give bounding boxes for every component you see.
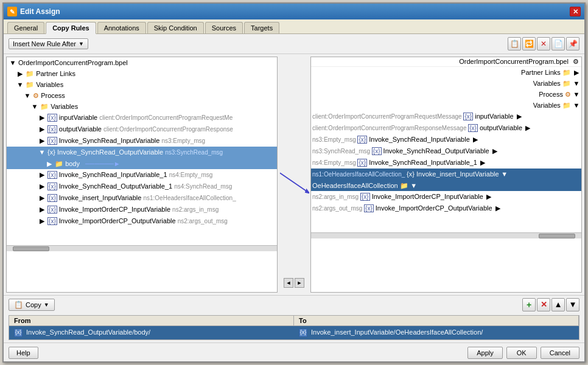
scroll-left-btn[interactable]: ◄: [284, 278, 293, 288]
expand-icon[interactable]: ▶: [38, 136, 46, 145]
tab-sources[interactable]: Sources: [205, 22, 243, 33]
close-button[interactable]: ✕: [570, 7, 581, 16]
left-variables-root[interactable]: ▼ 📁 Variables: [7, 79, 277, 90]
var-icon: {x}: [47, 171, 57, 179]
item-label: inputVariable: [475, 113, 513, 120]
expand-icon[interactable]: ▶: [472, 134, 479, 144]
expand-icon[interactable]: ▼: [16, 80, 24, 89]
expand-icon[interactable]: ▼: [573, 89, 580, 99]
right-synch-input-1[interactable]: ns4:Empty_msg {x} Invoke_SynchRead_Input…: [311, 157, 581, 169]
left-partner-links[interactable]: ▶ 📁 Partner Links: [7, 68, 277, 79]
move-down-button[interactable]: ▼: [566, 298, 579, 311]
expand-icon[interactable]: ▶: [38, 193, 46, 203]
right-process[interactable]: Process ⚙ ▼: [311, 89, 581, 100]
left-process-variables[interactable]: ▼ 📁 Variables: [7, 101, 277, 112]
tab-annotations[interactable]: Annotations: [97, 22, 146, 33]
help-button[interactable]: Help: [9, 347, 38, 359]
item-label: outputVariable: [59, 125, 103, 133]
expand-icon[interactable]: ▼: [24, 91, 31, 100]
right-variables-root[interactable]: Variables 📁 ▼: [311, 78, 581, 89]
expand-icon[interactable]: ▶: [38, 124, 46, 134]
right-root-icon: ⚙: [573, 58, 579, 65]
add-rule-button[interactable]: +: [522, 298, 536, 311]
ok-button[interactable]: OK: [506, 347, 537, 359]
left-tree-panel[interactable]: ▼ OrderImportConcurrentProgram.bpel ▶ 📁 …: [6, 57, 278, 293]
right-insert-input[interactable]: ns1:OeHeadersIfaceAllCollection_ {x} Inv…: [311, 169, 581, 180]
expand-icon[interactable]: ▼: [573, 100, 580, 110]
expand-icon[interactable]: ▶: [491, 146, 499, 156]
expand-icon[interactable]: ▶: [16, 69, 24, 78]
left-output-variable[interactable]: ▶ {x} outputVariable client:OrderImportC…: [7, 123, 277, 135]
expand-icon[interactable]: ▶: [494, 203, 502, 213]
expand-icon[interactable]: ▶: [38, 216, 46, 226]
cancel-button[interactable]: Cancel: [541, 347, 579, 359]
right-tree-scrollbar[interactable]: [311, 232, 581, 238]
right-output-variable[interactable]: client:OrderImportConcurrentProgramRespo…: [311, 122, 581, 134]
left-root-node[interactable]: ▼ OrderImportConcurrentProgram.bpel: [7, 57, 277, 68]
right-partner-links[interactable]: Partner Links 📁 ▶: [311, 67, 581, 78]
expand-icon[interactable]: ▶: [516, 111, 523, 121]
left-root-label: OrderImportConcurrentProgram.bpel: [18, 59, 128, 66]
scroll-right-btn[interactable]: ►: [295, 278, 304, 288]
left-synch-input[interactable]: ▶ {x} Invoke_SynchRead_InputVariable ns3…: [7, 135, 277, 147]
right-synch-output[interactable]: ns3:SynchRead_msg {x} Invoke_SynchRead_O…: [311, 145, 581, 157]
footer: Help Apply OK Cancel: [4, 342, 584, 361]
left-input-variable[interactable]: ▶ {x} inputVariable client:OrderImportCo…: [7, 112, 277, 123]
expand-icon[interactable]: ▶: [38, 113, 46, 122]
left-synch-output[interactable]: ▼ {x} Invoke_SynchRead_OutputVariable ns…: [7, 147, 277, 158]
left-insert-input[interactable]: ▶ {x} Invoke_insert_InputVariable ns1:Oe…: [7, 192, 277, 204]
from-header: From: [9, 316, 294, 325]
expand-icon[interactable]: ▶: [479, 158, 486, 167]
copy-button[interactable]: 📋 Copy ▼: [9, 299, 55, 311]
expand-icon[interactable]: ▶: [524, 123, 531, 133]
left-body[interactable]: ▶ 📁 body ──────►: [7, 158, 277, 169]
toolbar-doc-icon[interactable]: 📄: [551, 37, 565, 50]
expand-icon[interactable]: ▶: [38, 204, 46, 214]
folder-icon: 📁: [26, 81, 34, 88]
tab-targets[interactable]: Targets: [244, 22, 279, 33]
expand-icon[interactable]: ▶: [38, 181, 46, 191]
folder-icon: 📁: [562, 102, 571, 109]
right-root-node[interactable]: OrderImportConcurrentProgram.bpel ⚙: [311, 57, 581, 67]
right-oe-headers[interactable]: OeHeadersIfaceAllCollection 📁 ▼: [311, 180, 581, 191]
tab-general[interactable]: General: [7, 22, 44, 33]
var-icon: {x}: [47, 137, 57, 145]
toolbar-copy-icon[interactable]: 📋: [508, 37, 521, 50]
tab-copy-rules[interactable]: Copy Rules: [46, 22, 96, 34]
left-synch-output-1[interactable]: ▶ {x} Invoke_SynchRead_OutputVariable_1 …: [7, 181, 277, 192]
expand-icon[interactable]: ▶: [46, 159, 53, 169]
left-process[interactable]: ▼ ⚙ Process: [7, 90, 277, 101]
remove-rule-button[interactable]: ✕: [537, 298, 550, 311]
expand-icon[interactable]: ▼: [573, 78, 580, 88]
toolbar-pin-icon[interactable]: 📌: [566, 37, 579, 50]
right-synch-input[interactable]: ns3:Empty_msg {x} Invoke_SynchRead_Input…: [311, 134, 581, 145]
right-input-variable[interactable]: client:OrderImportConcurrentProgramReque…: [311, 111, 581, 122]
insert-new-rule-button[interactable]: Insert New Rule After ▼: [9, 38, 88, 49]
right-importordercp-output[interactable]: ns2:args_out_msg {x} Invoke_ImportOrderC…: [311, 203, 581, 214]
var-icon: {x}: [372, 147, 382, 155]
item-type: ns3:SynchRead_msg: [165, 149, 223, 156]
expand-icon[interactable]: ▼: [410, 181, 418, 190]
move-up-button[interactable]: ▲: [551, 298, 565, 311]
left-synch-input-1[interactable]: ▶ {x} Invoke_SynchRead_InputVariable_1 n…: [7, 169, 277, 181]
left-importordercp-input[interactable]: ▶ {x} Invoke_ImportOrderCP_InputVariable…: [7, 204, 277, 215]
toolbar-delete-icon[interactable]: ✕: [537, 37, 550, 50]
expand-icon[interactable]: ▶: [573, 68, 580, 77]
expand-icon[interactable]: ▶: [485, 192, 492, 201]
toolbar-refresh-icon[interactable]: 🔁: [522, 37, 536, 50]
expand-icon[interactable]: ▼: [9, 58, 16, 68]
expand-icon[interactable]: ▶: [38, 170, 46, 179]
right-importordercp-input[interactable]: ns2:args_in_msg {x} Invoke_ImportOrderCP…: [311, 191, 581, 203]
right-process-variables[interactable]: Variables 📁 ▼: [311, 100, 581, 111]
tab-skip-condition[interactable]: Skip Condition: [147, 22, 204, 33]
expand-icon[interactable]: ▼: [31, 102, 38, 111]
to-header: To: [294, 316, 579, 325]
expand-icon[interactable]: ▼: [501, 169, 508, 179]
apply-button[interactable]: Apply: [467, 347, 503, 359]
right-tree-panel[interactable]: OrderImportConcurrentProgram.bpel ⚙ Part…: [310, 57, 582, 293]
left-importordercp-output[interactable]: ▶ {x} Invoke_ImportOrderCP_OutputVariabl…: [7, 215, 277, 227]
copy-table-row[interactable]: {x} Invoke_SynchRead_OutputVariable/body…: [9, 326, 579, 339]
right-root-label: OrderImportConcurrentProgram.bpel: [459, 58, 569, 65]
left-tree-scrollbar[interactable]: [7, 245, 277, 251]
expand-icon[interactable]: ▼: [38, 147, 46, 157]
